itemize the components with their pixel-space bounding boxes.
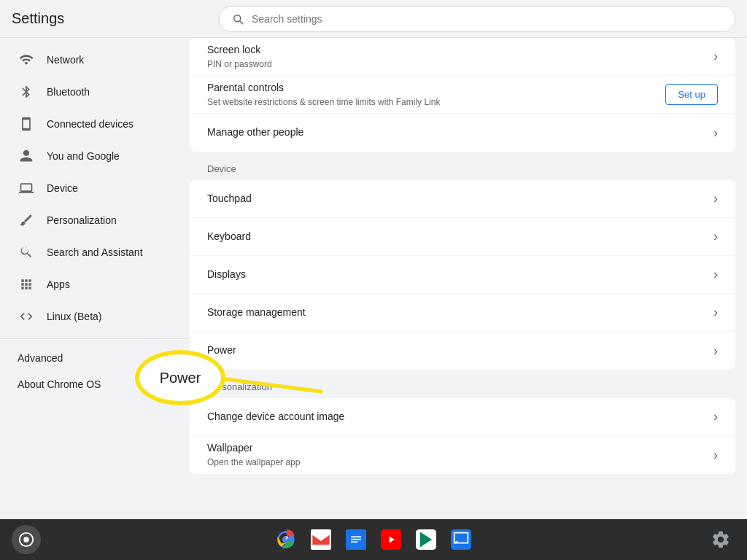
taskbar-right [706, 525, 735, 554]
sidebar-item-search-assistant[interactable]: Search and Assistant [0, 236, 184, 268]
sidebar-label-apps: Apps [47, 279, 70, 290]
sidebar-item-linux[interactable]: Linux (Beta) [0, 300, 184, 332]
sidebar-label-connected: Connected devices [47, 118, 133, 130]
sidebar-label-bluetooth: Bluetooth [47, 86, 90, 98]
svg-rect-5 [351, 536, 361, 537]
touchpad-row[interactable]: Touchpad › [190, 180, 735, 218]
device-section: Device Touchpad › Keyboard [190, 152, 747, 370]
wallpaper-action: › [713, 448, 718, 463]
displays-title: Displays [207, 268, 702, 282]
main-layout: Network Bluetooth Connected devices You … [0, 38, 747, 519]
power-row[interactable]: Power › [190, 332, 735, 370]
sidebar-label-about: About Chrome OS [18, 378, 101, 390]
sidebar-item-apps[interactable]: Apps [0, 268, 184, 300]
laptop-icon [18, 179, 35, 197]
sidebar-advanced[interactable]: Advanced ▼ [0, 345, 190, 371]
power-content: Power [207, 343, 702, 358]
manage-people-action: › [713, 125, 718, 141]
touchpad-title: Touchpad [207, 192, 702, 206]
device-section-title: Device [190, 152, 747, 180]
power-action: › [713, 343, 718, 359]
screen-lock-chevron-icon: › [713, 49, 718, 64]
account-image-row[interactable]: Change device account image › [190, 398, 735, 436]
taskbar-left [12, 525, 41, 554]
search-bar-container [219, 6, 735, 32]
wallpaper-content: Wallpaper Open the wallpaper app [207, 441, 702, 468]
settings-content: Screen lock PIN or password › Parental c… [190, 38, 747, 519]
search-assistant-icon [18, 244, 35, 261]
account-image-action: › [713, 409, 718, 424]
sidebar-label-device: Device [47, 182, 78, 194]
taskbar-play[interactable] [411, 525, 441, 554]
svg-rect-6 [351, 539, 361, 540]
storage-row[interactable]: Storage management › [190, 294, 735, 332]
search-input[interactable] [252, 13, 723, 25]
personalization-section: Personalization Change device account im… [190, 370, 747, 474]
screen-lock-content: Screen lock PIN or password [207, 43, 702, 70]
sidebar-label-network: Network [47, 54, 84, 66]
sidebar-item-bluetooth[interactable]: Bluetooth [0, 76, 184, 108]
sidebar-label-advanced: Advanced [18, 352, 63, 364]
screen-lock-row[interactable]: Screen lock PIN or password › [190, 38, 735, 76]
launcher-button[interactable] [12, 525, 41, 554]
taskbar-youtube[interactable] [376, 525, 406, 554]
keyboard-title: Keyboard [207, 230, 702, 244]
storage-action: › [713, 305, 718, 320]
personalization-section-title: Personalization [190, 370, 747, 398]
parental-controls-content: Parental controls Set website restrictio… [207, 81, 654, 108]
setup-button[interactable]: Set up [665, 84, 718, 105]
sidebar-item-network[interactable]: Network [0, 44, 184, 76]
taskbar-chrome[interactable] [271, 525, 301, 554]
storage-chevron-icon: › [713, 305, 718, 320]
manage-people-row[interactable]: Manage other people › [190, 114, 735, 152]
displays-row[interactable]: Displays › [190, 256, 735, 294]
displays-content: Displays [207, 268, 702, 282]
keyboard-content: Keyboard [207, 230, 702, 244]
power-chevron-icon: › [713, 343, 718, 359]
account-image-content: Change device account image [207, 410, 702, 424]
security-section: Screen lock PIN or password › Parental c… [190, 38, 747, 152]
storage-title: Storage management [207, 306, 702, 320]
sidebar-label-search-assistant: Search and Assistant [47, 246, 143, 258]
sidebar-label-you-google: You and Google [47, 150, 120, 162]
terminal-icon [18, 308, 35, 325]
keyboard-chevron-icon: › [713, 229, 718, 244]
sidebar-item-personalization[interactable]: Personalization [0, 204, 184, 236]
taskbar-gmail[interactable] [306, 525, 336, 554]
security-card: Screen lock PIN or password › Parental c… [190, 38, 735, 152]
taskbar [0, 519, 747, 560]
wifi-icon [18, 51, 35, 69]
account-image-title: Change device account image [207, 410, 702, 424]
sidebar-label-linux: Linux (Beta) [47, 311, 101, 322]
sidebar-about[interactable]: About Chrome OS [0, 371, 190, 397]
manage-people-content: Manage other people [207, 125, 702, 140]
taskbar-center [271, 525, 476, 554]
manage-people-chevron-icon: › [713, 125, 718, 141]
wallpaper-subtitle: Open the wallpaper app [207, 457, 702, 469]
parental-controls-subtitle: Set website restrictions & screen time l… [207, 97, 654, 109]
account-image-chevron-icon: › [713, 409, 718, 424]
apps-icon [18, 276, 35, 293]
taskbar-messages[interactable] [446, 525, 476, 554]
parental-controls-title: Parental controls [207, 81, 654, 96]
sidebar-item-connected-devices[interactable]: Connected devices [0, 108, 184, 140]
wallpaper-row[interactable]: Wallpaper Open the wallpaper app › [190, 436, 735, 474]
sidebar-divider [0, 338, 190, 339]
power-title: Power [207, 343, 702, 358]
advanced-chevron-icon: ▼ [162, 352, 172, 364]
keyboard-row[interactable]: Keyboard › [190, 218, 735, 256]
sidebar-item-device[interactable]: Device [0, 172, 184, 204]
taskbar-settings[interactable] [706, 525, 735, 554]
svg-point-1 [23, 537, 28, 542]
device-card: Touchpad › Keyboard › [190, 180, 735, 370]
svg-rect-7 [351, 541, 357, 542]
taskbar-docs[interactable] [341, 525, 371, 554]
parental-controls-row[interactable]: Parental controls Set website restrictio… [190, 76, 735, 114]
brush-icon [18, 211, 35, 229]
sidebar-label-personalization: Personalization [47, 214, 117, 226]
devices-icon [18, 115, 35, 133]
sidebar: Network Bluetooth Connected devices You … [0, 38, 190, 519]
sidebar-item-you-google[interactable]: You and Google [0, 140, 184, 172]
touchpad-chevron-icon: › [713, 191, 718, 206]
touchpad-action: › [713, 191, 718, 206]
